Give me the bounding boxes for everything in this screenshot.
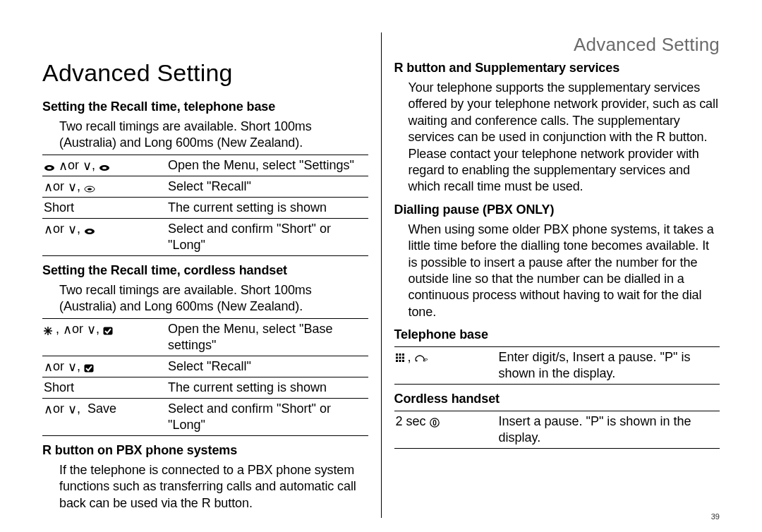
section-intro: Your telephone supports the supplementar… <box>409 80 720 195</box>
steps-table: , ∧ or ∨, Open the Menu, select "Base se… <box>42 318 368 436</box>
checkmark-box-icon <box>103 323 113 336</box>
step-desc: The current setting is shown <box>167 377 368 398</box>
step-key: 2 sec 0 <box>394 411 497 449</box>
checkmark-box-icon <box>84 361 94 373</box>
step-key: ∧ or ∨ , <box>42 218 167 255</box>
step-key: ∧ or ∨ , <box>42 176 167 197</box>
svg-text:P: P <box>424 357 428 363</box>
table-row: Short The current setting is shown <box>42 377 368 398</box>
step-desc: Enter digit/s, Insert a pause. "P" is sh… <box>497 347 720 385</box>
star-nav-icon <box>44 323 52 336</box>
svg-rect-16 <box>402 353 404 356</box>
section-heading: Setting the Recall time, telephone base <box>42 99 368 114</box>
step-desc: Insert a pause. "P" is shown in the disp… <box>497 411 720 449</box>
two-column-layout: Advanced Setting Setting the Recall time… <box>42 32 720 518</box>
table-row: ∧ or ∨, Select "Recall" <box>42 356 368 377</box>
step-desc: Open the Menu, select "Settings" <box>167 155 368 176</box>
down-arrow-icon: ∨ <box>68 223 77 236</box>
step-desc: The current setting is shown <box>167 197 368 218</box>
section-heading: Cordless handset <box>394 392 720 406</box>
down-arrow-icon: ∨ <box>87 323 96 336</box>
table-row: ∧ or ∨ , Open the Menu, select "Settings… <box>42 155 368 176</box>
svg-rect-12 <box>104 327 113 334</box>
svg-text:0: 0 <box>433 419 437 427</box>
section-intro: When using some older PBX phone systems,… <box>409 222 720 320</box>
table-row: ∧ or ∨, Save Select and confirm "Short" … <box>42 398 368 435</box>
steps-table: 2 sec 0 Insert a pause. "P" is shown in … <box>394 411 720 449</box>
step-desc: Select "Recall" <box>167 176 368 197</box>
section-heading: Dialling pause (PBX ONLY) <box>394 202 720 217</box>
svg-point-5 <box>87 188 92 190</box>
table-row: ∧ or ∨ , Select and confirm "Short" or "… <box>42 218 368 255</box>
step-desc: Select "Recall" <box>167 356 368 377</box>
steps-table: , P Enter digit/s, Insert a pause. "P" i… <box>394 346 720 385</box>
step-key: ∧ or ∨, <box>42 356 167 377</box>
up-arrow-icon: ∧ <box>44 181 53 193</box>
step-key: , ∧ or ∨, <box>42 318 167 356</box>
step-key: Short <box>42 377 167 398</box>
svg-rect-15 <box>399 353 401 356</box>
section-intro: Two recall timings are available. Short … <box>59 282 368 315</box>
right-column: R button and Supplementary services Your… <box>382 32 720 518</box>
svg-point-7 <box>87 231 92 233</box>
step-key: ∧ or ∨, Save <box>42 398 167 435</box>
table-row: 2 sec 0 Insert a pause. "P" is shown in … <box>394 411 720 449</box>
page-title: Advanced Setting <box>42 59 368 87</box>
up-arrow-icon: ∧ <box>44 223 53 236</box>
steps-table: ∧ or ∨ , Open the Menu, select "Settings… <box>42 155 368 256</box>
oval-button-icon <box>99 159 110 172</box>
section-heading: R button and Supplementary services <box>394 61 720 75</box>
down-arrow-icon: ∨ <box>68 403 77 416</box>
svg-rect-21 <box>399 360 401 362</box>
section-intro: If the telephone is connected to a PBX p… <box>59 462 368 512</box>
oval-button-icon <box>84 223 95 236</box>
table-row: Short The current setting is shown <box>42 197 368 218</box>
up-arrow-icon: ∧ <box>63 323 72 336</box>
redial-p-icon: P <box>415 351 429 364</box>
table-row: ∧ or ∨ , Select "Recall" <box>42 176 368 197</box>
svg-point-3 <box>102 167 107 169</box>
table-row: , P Enter digit/s, Insert a pause. "P" i… <box>394 347 720 385</box>
up-arrow-icon: ∧ <box>44 403 53 416</box>
step-key: , P <box>394 347 497 385</box>
svg-rect-20 <box>396 360 398 362</box>
svg-rect-17 <box>396 357 398 359</box>
svg-rect-22 <box>402 360 404 362</box>
up-arrow-icon: ∧ <box>44 361 53 373</box>
step-desc: Open the Menu, select "Base settings" <box>167 318 368 356</box>
left-column: Advanced Setting Setting the Recall time… <box>42 32 382 518</box>
up-arrow-icon: ∧ <box>59 159 68 172</box>
step-key: Short <box>42 197 167 218</box>
running-header: Advanced Setting <box>574 34 720 56</box>
section-intro: Two recall timings are available. Short … <box>59 119 368 152</box>
table-row: , ∧ or ∨, Open the Menu, select "Base se… <box>42 318 368 356</box>
page-number: 39 <box>711 512 720 521</box>
down-arrow-icon: ∨ <box>68 181 77 193</box>
step-key: ∧ or ∨ , <box>42 155 167 176</box>
section-heading: R button on PBX phone systems <box>42 443 368 458</box>
section-heading: Telephone base <box>394 327 720 342</box>
step-desc: Select and confirm "Short" or "Long" <box>167 398 368 435</box>
zero-key-icon: 0 <box>430 416 440 428</box>
manual-page: Advanced Setting Advanced Setting Settin… <box>0 0 762 532</box>
section-heading: Setting the Recall time, cordless handse… <box>42 263 368 278</box>
svg-rect-18 <box>399 357 401 359</box>
down-arrow-icon: ∨ <box>68 361 77 373</box>
keypad-icon <box>396 351 404 364</box>
svg-rect-13 <box>85 365 94 373</box>
svg-point-1 <box>47 167 52 169</box>
svg-rect-19 <box>402 357 404 359</box>
svg-rect-14 <box>396 353 398 356</box>
down-arrow-icon: ∨ <box>83 159 92 172</box>
step-desc: Select and confirm "Short" or "Long" <box>167 218 368 255</box>
oval-button-icon <box>84 181 95 193</box>
oval-button-icon <box>44 159 55 172</box>
